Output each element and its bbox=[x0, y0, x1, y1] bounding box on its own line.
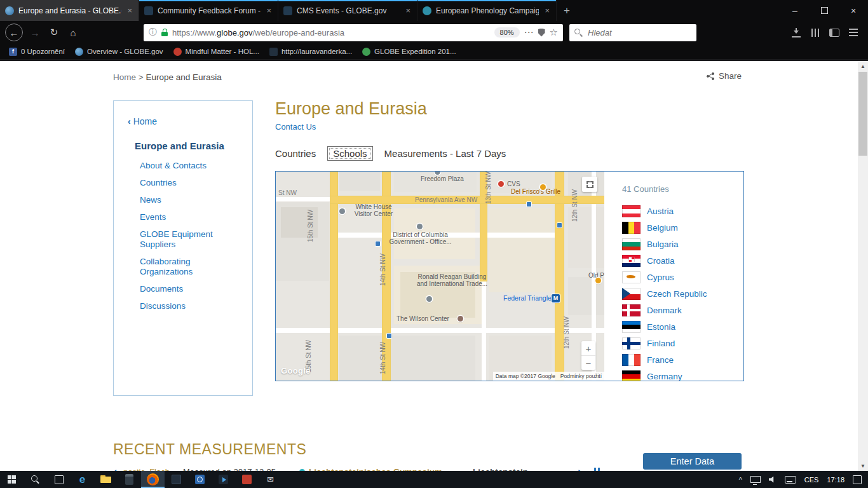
page-scrollbar[interactable]: ▲ ▼ bbox=[858, 61, 868, 471]
enter-data-button[interactable]: Enter Data bbox=[643, 453, 742, 470]
search-bar[interactable] bbox=[569, 24, 696, 41]
country-link[interactable]: Bulgaria bbox=[647, 240, 679, 249]
map-marker[interactable] bbox=[557, 223, 562, 227]
zoom-level-badge[interactable]: 80% bbox=[494, 27, 520, 37]
map-marker[interactable] bbox=[376, 241, 380, 246]
zoom-in-button[interactable]: + bbox=[581, 341, 595, 355]
country-link[interactable]: Croatia bbox=[647, 256, 675, 266]
downloads-button[interactable] bbox=[787, 23, 806, 42]
lock-icon[interactable] bbox=[161, 29, 168, 36]
tab-close-button[interactable]: × bbox=[543, 6, 551, 15]
content-tab[interactable]: Measurements - Last 7 Days bbox=[384, 146, 506, 161]
maximize-button[interactable] bbox=[810, 0, 839, 21]
taskbar-app-icon[interactable] bbox=[47, 471, 71, 488]
info-icon[interactable]: ⓘ bbox=[149, 27, 157, 38]
back-button[interactable]: ← bbox=[5, 24, 23, 41]
tab-close-button[interactable]: × bbox=[265, 6, 273, 15]
browser-tab[interactable]: European Phenology Campaig... × bbox=[417, 0, 557, 21]
share-button[interactable]: Share bbox=[706, 71, 742, 81]
sidebar-section-title[interactable]: Europe and Eurasia bbox=[135, 140, 224, 151]
search-input[interactable] bbox=[587, 27, 678, 38]
new-tab-button[interactable]: + bbox=[557, 0, 577, 21]
browser-tab[interactable]: Europe and Eurasia - GLOBE.go × bbox=[0, 0, 139, 21]
taskbar-app-icon[interactable] bbox=[94, 471, 118, 488]
map-marker[interactable] bbox=[595, 278, 601, 283]
tracking-protection-icon[interactable] bbox=[538, 29, 545, 37]
page-actions-icon[interactable]: ⋯ bbox=[524, 27, 534, 38]
map-marker[interactable] bbox=[387, 334, 391, 338]
sidebar-item[interactable]: Collaborating Organizations bbox=[140, 257, 236, 277]
map-marker[interactable] bbox=[339, 208, 345, 214]
map-marker[interactable] bbox=[417, 224, 423, 229]
sidebar-item[interactable]: Documents bbox=[140, 284, 236, 294]
minimize-button[interactable]: – bbox=[780, 0, 810, 21]
scroll-down-arrow[interactable]: ▼ bbox=[858, 461, 868, 471]
carousel-next-button[interactable]: › bbox=[578, 464, 581, 471]
google-logo[interactable]: Google bbox=[281, 366, 311, 376]
clock[interactable]: 17:18 bbox=[827, 476, 844, 484]
bookmark-item[interactable]: Overview - GLOBE.gov bbox=[70, 48, 168, 56]
map-terms-link[interactable]: Podmínky použití bbox=[558, 372, 604, 381]
tab-close-button[interactable]: × bbox=[404, 6, 412, 15]
map-marker[interactable] bbox=[498, 181, 504, 187]
sidebar-item[interactable]: Events bbox=[140, 212, 236, 222]
scroll-up-arrow[interactable]: ▲ bbox=[858, 61, 868, 71]
country-link[interactable]: France bbox=[647, 355, 674, 365]
browser-tab[interactable]: Community Feedback Forum -... × bbox=[139, 0, 278, 21]
sidebar-item[interactable]: Countries bbox=[140, 178, 236, 188]
taskbar-app-icon[interactable] bbox=[141, 471, 165, 488]
sidebar-item[interactable]: GLOBE Equipment Suppliers bbox=[140, 229, 236, 250]
taskbar-app-icon[interactable] bbox=[24, 471, 47, 488]
bookmark-star-icon[interactable]: ☆ bbox=[550, 27, 558, 38]
zoom-out-button[interactable]: − bbox=[581, 355, 595, 370]
taskbar-app-icon[interactable] bbox=[165, 471, 188, 488]
action-center-icon[interactable] bbox=[853, 475, 862, 484]
content-tab[interactable]: Countries bbox=[275, 146, 316, 161]
country-link[interactable]: Germany bbox=[647, 372, 682, 381]
country-link[interactable]: Estonia bbox=[647, 322, 675, 332]
sidebar-back-link[interactable]: ‹Home bbox=[128, 116, 157, 126]
bookmark-item[interactable]: f 0 Upozornění bbox=[4, 48, 70, 56]
taskbar-app-icon[interactable] bbox=[235, 471, 259, 488]
close-button[interactable]: × bbox=[839, 0, 868, 21]
country-link[interactable]: Finland bbox=[647, 339, 675, 348]
google-map[interactable]: Freedom PlazaPennsylvania Ave NWCVSDel F… bbox=[276, 172, 604, 381]
bookmark-item[interactable]: http://lauravanderka... bbox=[264, 48, 357, 56]
reload-button[interactable]: ↻ bbox=[44, 23, 64, 42]
forward-button[interactable]: → bbox=[25, 23, 44, 42]
taskbar-app-icon[interactable] bbox=[118, 471, 141, 488]
map-marker[interactable] bbox=[458, 316, 463, 322]
home-button[interactable]: ⌂ bbox=[64, 23, 83, 42]
carousel-prev-button[interactable]: ‹ bbox=[113, 464, 117, 471]
menu-button[interactable] bbox=[844, 23, 863, 42]
taskbar-app-icon[interactable] bbox=[0, 471, 24, 488]
map-marker[interactable]: M bbox=[552, 294, 560, 302]
touch-keyboard-icon[interactable] bbox=[785, 476, 796, 484]
taskbar-app-icon[interactable] bbox=[212, 471, 235, 488]
tray-expand-chevron[interactable]: ^ bbox=[739, 476, 742, 484]
taskbar-app-icon[interactable] bbox=[188, 471, 212, 488]
country-link[interactable]: Cyprus bbox=[647, 273, 674, 282]
contact-us-link[interactable]: Contact Us bbox=[275, 122, 316, 132]
map-marker[interactable] bbox=[540, 184, 546, 190]
map-marker[interactable] bbox=[527, 202, 531, 207]
volume-icon[interactable] bbox=[769, 477, 776, 483]
map-fullscreen-button[interactable] bbox=[582, 177, 597, 192]
breadcrumb-home-link[interactable]: Home bbox=[113, 72, 136, 82]
network-icon[interactable] bbox=[750, 476, 761, 483]
sidebar-item[interactable]: News bbox=[140, 195, 236, 205]
bookmark-item[interactable]: GLOBE Expedition 201... bbox=[357, 48, 461, 56]
sidebar-toggle-button[interactable] bbox=[825, 23, 844, 42]
country-link[interactable]: Czech Republic bbox=[647, 289, 707, 299]
taskbar-app-icon[interactable]: e bbox=[71, 471, 94, 488]
map-marker[interactable] bbox=[426, 296, 432, 302]
bookmark-item[interactable]: Mindful Matter - HOL... bbox=[168, 48, 264, 56]
taskbar-app-icon[interactable]: ✉ bbox=[259, 471, 282, 488]
sidebar-item[interactable]: Discussions bbox=[140, 301, 236, 311]
tab-close-button[interactable]: × bbox=[126, 6, 133, 15]
library-button[interactable] bbox=[806, 23, 825, 42]
country-link[interactable]: Belgium bbox=[647, 223, 678, 233]
browser-tab[interactable]: CMS Events - GLOBE.gov × bbox=[278, 0, 417, 21]
scrollbar-thumb[interactable] bbox=[858, 72, 867, 156]
country-link[interactable]: Austria bbox=[647, 207, 674, 216]
